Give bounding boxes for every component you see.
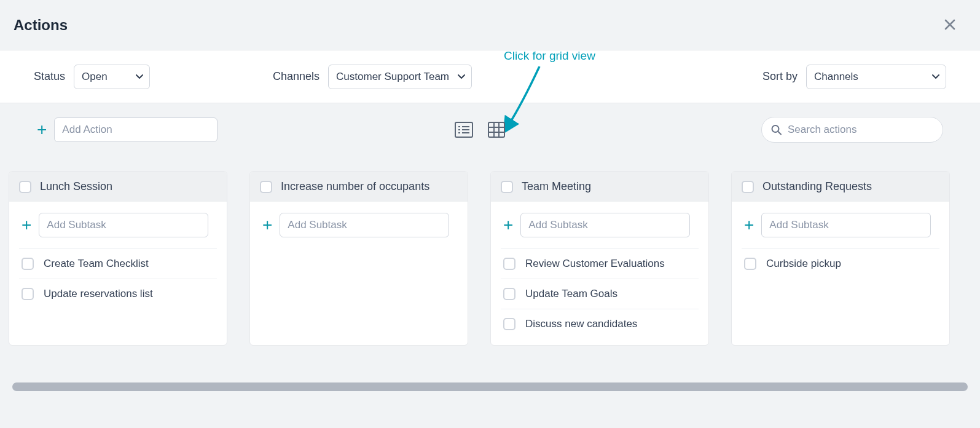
subtask-label: Create Team Checklist: [44, 258, 149, 270]
subtask-row: Update reservations list: [19, 279, 217, 309]
subtask-checkbox[interactable]: [744, 258, 756, 270]
subtask-checkbox[interactable]: [503, 258, 515, 270]
subtask-row: Review Customer Evaluations: [501, 248, 699, 279]
card-title: Lunch Session: [40, 180, 112, 193]
page-title: Actions: [14, 17, 68, 34]
card-body: +Curbside pickup: [732, 202, 949, 285]
action-card: Increase number of occupants+: [249, 171, 468, 346]
sort-label: Sort by: [762, 70, 798, 83]
horizontal-scrollbar[interactable]: [12, 382, 968, 391]
grid-view-button[interactable]: [488, 122, 505, 138]
add-subtask-group: +: [503, 213, 699, 237]
add-subtask-input[interactable]: [761, 213, 931, 237]
add-subtask-plus-icon[interactable]: +: [262, 216, 272, 234]
add-subtask-plus-icon[interactable]: +: [744, 216, 754, 234]
add-subtask-input[interactable]: [39, 213, 208, 237]
status-select[interactable]: Open: [74, 65, 150, 89]
card-header: Lunch Session: [9, 172, 227, 202]
action-card: Outstanding Requests+Curbside pickup: [731, 171, 950, 346]
card-checkbox[interactable]: [501, 181, 513, 193]
subtask-row: Discuss new candidates: [501, 309, 699, 339]
sort-filter: Sort by Channels: [762, 65, 946, 89]
card-header: Outstanding Requests: [732, 172, 949, 202]
subtask-checkbox[interactable]: [503, 288, 515, 300]
view-toggle: [455, 122, 505, 138]
toolbar: +: [0, 103, 980, 156]
add-action-plus-icon[interactable]: +: [37, 121, 47, 138]
list-view-icon: [455, 122, 473, 138]
card-header: Increase number of occupants: [250, 172, 468, 202]
add-action-input[interactable]: [54, 117, 218, 142]
close-button[interactable]: [939, 14, 960, 36]
modal-header: Actions: [0, 0, 980, 50]
subtask-checkbox[interactable]: [503, 318, 515, 330]
search-icon: [771, 125, 782, 135]
add-subtask-input[interactable]: [520, 213, 690, 237]
list-view-button[interactable]: [455, 122, 473, 138]
filter-bar: Status Open Channels Customer Support Te…: [0, 50, 980, 103]
board: Lunch Session+Create Team ChecklistUpdat…: [0, 156, 980, 346]
subtask-label: Update reservations list: [44, 288, 153, 300]
card-title: Team Meeting: [522, 180, 591, 193]
search-wrap: [761, 117, 943, 143]
svg-rect-7: [488, 122, 504, 137]
status-label: Status: [34, 70, 65, 83]
card-checkbox[interactable]: [260, 181, 272, 193]
close-icon: [944, 19, 955, 30]
subtask-row: Update Team Goals: [501, 279, 699, 309]
svg-line-13: [778, 132, 782, 135]
card-checkbox[interactable]: [742, 181, 754, 193]
action-card: Team Meeting+Review Customer Evaluations…: [490, 171, 709, 346]
subtask-checkbox[interactable]: [22, 258, 34, 270]
add-subtask-group: +: [744, 213, 939, 237]
card-title: Increase number of occupants: [281, 180, 429, 193]
card-body: +Create Team ChecklistUpdate reservation…: [9, 202, 227, 315]
subtask-label: Update Team Goals: [525, 288, 617, 300]
channels-select[interactable]: Customer Support Team: [328, 65, 472, 89]
channels-label: Channels: [273, 70, 319, 83]
action-card: Lunch Session+Create Team ChecklistUpdat…: [9, 171, 227, 346]
search-input[interactable]: [761, 117, 943, 143]
card-header: Team Meeting: [491, 172, 708, 202]
card-checkbox[interactable]: [19, 181, 31, 193]
add-action-group: +: [37, 117, 218, 142]
status-filter: Status Open: [34, 65, 150, 89]
add-subtask-group: +: [262, 213, 458, 237]
add-subtask-plus-icon[interactable]: +: [22, 216, 31, 234]
channels-filter: Channels Customer Support Team: [273, 65, 472, 89]
card-body: +Review Customer EvaluationsUpdate Team …: [491, 202, 708, 345]
subtask-row: Create Team Checklist: [19, 248, 217, 279]
sort-select[interactable]: Channels: [806, 65, 946, 89]
subtask-label: Discuss new candidates: [525, 318, 637, 330]
add-subtask-plus-icon[interactable]: +: [503, 216, 513, 234]
add-subtask-input[interactable]: [280, 213, 449, 237]
card-title: Outstanding Requests: [762, 180, 872, 193]
subtask-label: Review Customer Evaluations: [525, 258, 665, 270]
add-subtask-group: +: [22, 213, 217, 237]
subtask-checkbox[interactable]: [22, 288, 34, 300]
grid-view-icon: [488, 122, 505, 138]
card-body: +: [250, 202, 468, 255]
subtask-row: Curbside pickup: [742, 248, 939, 279]
subtask-label: Curbside pickup: [766, 258, 841, 270]
